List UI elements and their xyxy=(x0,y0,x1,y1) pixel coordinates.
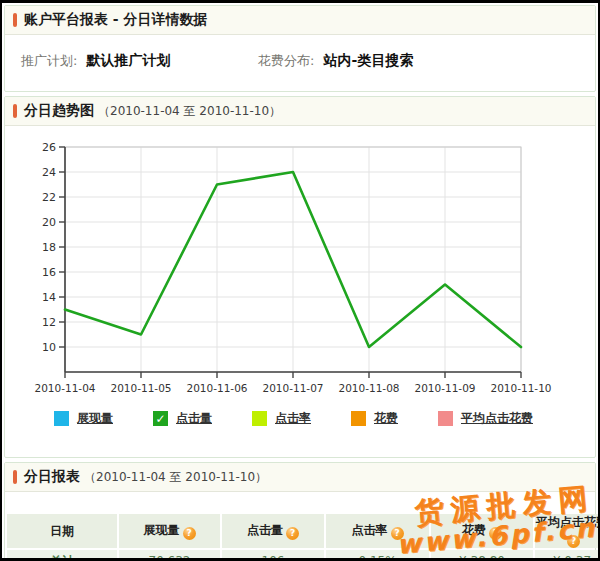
legend-label[interactable]: 点击量 xyxy=(176,410,212,427)
x-axis-label: 2010-11-05 xyxy=(110,382,171,394)
ctr-swatch-icon[interactable] xyxy=(252,411,267,426)
total-row: 总计 70,632 106 0.15% ¥ 38.80 ¥ 0.37 xyxy=(7,550,600,561)
total-clicks-cell: 106 xyxy=(222,550,324,561)
promotion-plan-filter: 推广计划: 默认推广计划 xyxy=(21,50,253,70)
legend-label[interactable]: 点击率 xyxy=(275,410,311,427)
y-axis-label: 22 xyxy=(42,191,56,204)
trend-section-title: 分日趋势图 xyxy=(24,102,94,120)
help-icon[interactable]: ? xyxy=(567,535,580,548)
avg-cpc-swatch-icon[interactable] xyxy=(438,411,453,426)
header-clicks: 点击量? xyxy=(222,514,324,548)
total-label-cell: 总计 xyxy=(7,550,117,561)
promotion-plan-value: 默认推广计划 xyxy=(86,52,170,68)
y-axis-label: 14 xyxy=(42,291,56,304)
header-cost: 花费? xyxy=(431,514,533,548)
total-impressions-cell: 70,632 xyxy=(119,550,220,561)
help-icon[interactable]: ? xyxy=(391,527,404,540)
daily-report-table: 日期? 展现量? 点击量? 点击率? 花费? 平均点击花费? 总计 70,632… xyxy=(5,512,600,561)
report-section-header: 分日报表 （2010-11-04 至 2010-11-10） xyxy=(5,463,595,492)
total-ctr-cell: 0.15% xyxy=(326,550,429,561)
legend-item-ctr[interactable]: 点击率 xyxy=(252,410,311,427)
cost-distribution-value: 站内-类目搜索 xyxy=(324,52,414,68)
header-date: 日期? xyxy=(7,514,117,548)
cost-distribution-filter: 花费分布: 站内-类目搜索 xyxy=(258,50,413,70)
line-chart-canvas: 1012141618202224262010-11-042010-11-0520… xyxy=(13,139,579,401)
account-report-section: 账户平台报表 - 分日详情数据 推广计划: 默认推广计划 花费分布: 站内-类目… xyxy=(4,5,596,92)
trend-section-header: 分日趋势图 （2010-11-04 至 2010-11-10） xyxy=(5,97,595,126)
x-axis-label: 2010-11-08 xyxy=(338,382,399,394)
x-axis-label: 2010-11-10 xyxy=(490,382,551,394)
legend-item-impressions[interactable]: 展现量 xyxy=(54,410,113,427)
daily-report-section: 分日报表 （2010-11-04 至 2010-11-10） 日期? 展现量? … xyxy=(4,462,596,561)
total-cost-cell: ¥ 38.80 xyxy=(431,550,533,561)
daily-trend-section: 分日趋势图 （2010-11-04 至 2010-11-10） 10121416… xyxy=(4,96,596,458)
chart-legend: 展现量 ✓ 点击量 点击率 花费 平均点击花费 xyxy=(54,410,595,427)
help-icon[interactable]: ? xyxy=(183,527,196,540)
help-icon[interactable]: ? xyxy=(286,527,299,540)
page-title-bar: 账户平台报表 - 分日详情数据 xyxy=(5,6,595,35)
x-axis-label: 2010-11-04 xyxy=(34,382,95,394)
report-date-range: （2010-11-04 至 2010-11-10） xyxy=(84,469,267,486)
legend-item-avg-cpc[interactable]: 平均点击花费 xyxy=(438,410,533,427)
impressions-swatch-icon[interactable] xyxy=(54,411,69,426)
report-section-title: 分日报表 xyxy=(24,468,80,486)
header-ctr: 点击率? xyxy=(326,514,429,548)
y-axis-label: 20 xyxy=(42,216,56,229)
y-axis-label: 10 xyxy=(42,341,56,354)
filters-row: 推广计划: 默认推广计划 花费分布: 站内-类目搜索 xyxy=(5,35,595,91)
total-avg-cpc-cell: ¥ 0.37 xyxy=(535,550,600,561)
table-header-row: 日期? 展现量? 点击量? 点击率? 花费? 平均点击花费? xyxy=(7,514,600,548)
y-axis-label: 12 xyxy=(42,316,56,329)
legend-label[interactable]: 展现量 xyxy=(77,410,113,427)
cost-swatch-icon[interactable] xyxy=(351,411,366,426)
legend-label[interactable]: 花费 xyxy=(374,410,398,427)
promotion-plan-label: 推广计划: xyxy=(21,53,77,68)
help-icon[interactable]: ? xyxy=(489,527,502,540)
checkmark-icon: ✓ xyxy=(155,413,165,425)
clicks-swatch-icon[interactable]: ✓ xyxy=(153,411,168,426)
y-axis-label: 26 xyxy=(42,141,56,154)
page-title: 账户平台报表 - 分日详情数据 xyxy=(24,11,208,29)
header-impressions: 展现量? xyxy=(119,514,220,548)
orange-marker-icon xyxy=(13,104,17,118)
legend-label[interactable]: 平均点击花费 xyxy=(461,410,533,427)
x-axis-label: 2010-11-06 xyxy=(186,382,247,394)
x-axis-label: 2010-11-09 xyxy=(414,382,475,394)
y-axis-label: 24 xyxy=(42,166,56,179)
trend-date-range: （2010-11-04 至 2010-11-10） xyxy=(98,103,281,120)
orange-marker-icon xyxy=(13,470,17,484)
cost-distribution-label: 花费分布: xyxy=(258,53,314,68)
legend-item-clicks[interactable]: ✓ 点击量 xyxy=(153,410,212,427)
y-axis-label: 16 xyxy=(42,266,56,279)
y-axis-label: 18 xyxy=(42,241,56,254)
x-axis-label: 2010-11-07 xyxy=(262,382,323,394)
trend-chart: 1012141618202224262010-11-042010-11-0520… xyxy=(5,126,595,405)
legend-item-cost[interactable]: 花费 xyxy=(351,410,398,427)
header-avg-cpc: 平均点击花费? xyxy=(535,514,600,548)
orange-marker-icon xyxy=(13,13,17,27)
